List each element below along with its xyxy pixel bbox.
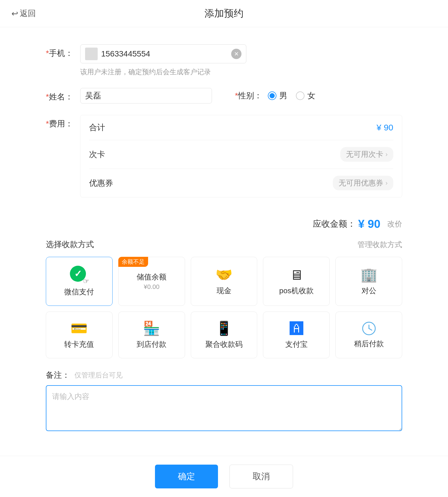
payment-method-later[interactable]: 稍后付款 <box>335 312 402 358</box>
payment-method-transfer[interactable]: 💳 转卡充值 <box>46 312 113 358</box>
chevron-right-coupon-icon: › <box>386 179 388 187</box>
fee-card-label: 次卡 <box>89 149 105 160</box>
cancel-button[interactable]: 取消 <box>229 465 293 488</box>
payment-balance-amount: ¥0.00 <box>144 283 160 291</box>
back-icon: ↩ <box>11 9 18 18</box>
manage-payment-button[interactable]: 管理收款方式 <box>357 240 402 250</box>
fee-card-row: 次卡 无可用次卡 › <box>89 140 393 169</box>
gender-female-label: 女 <box>307 90 315 101</box>
gender-male-inner <box>270 93 275 98</box>
phone-hint: 该用户未注册，确定预约后会生成客户记录 <box>80 67 402 77</box>
payment-alipay-label: 支付宝 <box>285 339 308 349</box>
wechat-icon: ✓ ☞ <box>70 266 88 284</box>
phone-field: ✕ 该用户未注册，确定预约后会生成客户记录 <box>80 44 402 77</box>
insufficient-badge: 余额不足 <box>118 257 148 267</box>
payment-method-wechat[interactable]: ✓ ☞ 微信支付 <box>46 257 113 306</box>
clear-icon[interactable]: ✕ <box>231 49 241 59</box>
payment-method-pos[interactable]: 🖥 pos机收款 <box>263 257 330 306</box>
aggregate-icon: 📱 <box>215 320 233 336</box>
name-gender-row: *姓名： *性别： 男 <box>46 88 402 103</box>
page-title: 添加预约 <box>205 7 243 20</box>
phone-row: *手机： ✕ 该用户未注册，确定预约后会生成客户记录 <box>46 44 402 77</box>
payment-wechat-label: 微信支付 <box>64 287 94 297</box>
fee-row: *费用： 合计 ¥ 90 次卡 无可用次卡 › 优惠券 无可用优惠券 › <box>46 115 402 197</box>
payment-instore-label: 到店付款 <box>137 339 166 349</box>
payment-method-balance[interactable]: 余额不足 储值余额 ¥0.00 <box>118 257 185 306</box>
gender-male-radio[interactable] <box>268 91 276 100</box>
hand-cursor-icon: ☞ <box>83 277 89 285</box>
phone-label: *手机： <box>46 44 80 59</box>
payment-balance-main-label: 储值余额 <box>137 272 166 282</box>
fee-total-row: 合计 ¥ 90 <box>89 115 393 140</box>
phone-input-wrapper: ✕ <box>80 44 246 63</box>
remark-header: 备注： 仅管理后台可见 <box>46 370 402 381</box>
gender-label: *性别： <box>235 90 262 101</box>
chevron-right-icon: › <box>386 151 388 158</box>
remark-section: 备注： 仅管理后台可见 <box>46 370 402 432</box>
payment-method-aggregate[interactable]: 📱 聚合收款码 <box>191 312 258 358</box>
payment-corporate-label: 对公 <box>361 286 376 296</box>
main-content: *手机： ✕ 该用户未注册，确定预约后会生成客户记录 *姓名： *性别： <box>0 27 448 497</box>
remark-hint: 仅管理后台可见 <box>74 371 123 380</box>
payment-later-label: 稍后付款 <box>354 339 384 349</box>
payment-method-instore[interactable]: 🏪 到店付款 <box>118 312 185 358</box>
wechat-check-icon: ✓ <box>74 268 82 279</box>
back-button[interactable]: ↩ 返回 <box>11 8 36 19</box>
payment-method-alipay[interactable]: 🅰 支付宝 <box>263 312 330 358</box>
fee-label: *费用： <box>46 115 80 129</box>
fee-coupon-row: 优惠券 无可用优惠券 › <box>89 169 393 197</box>
payment-cash-label: 现金 <box>217 286 231 296</box>
fee-card-value: 无可用次卡 <box>346 149 383 159</box>
fee-total-label: 合计 <box>89 122 105 133</box>
gender-female-option[interactable]: 女 <box>296 90 315 101</box>
payment-method-corporate[interactable]: 🏢 对公 <box>335 257 402 306</box>
transfer-icon: 💳 <box>70 320 88 336</box>
payment-title: 选择收款方式 <box>46 239 94 250</box>
name-gender-group: *性别： 男 女 <box>80 88 315 103</box>
alipay-icon: 🅰 <box>290 321 303 336</box>
fee-total-amount: ¥ 90 <box>377 123 393 132</box>
payment-pos-label: pos机收款 <box>279 286 314 296</box>
fee-card-selector[interactable]: 无可用次卡 › <box>340 147 393 162</box>
name-input-wrapper <box>80 88 212 103</box>
gender-male-option[interactable]: 男 <box>268 90 287 101</box>
clock-icon <box>361 321 376 336</box>
payment-section: 选择收款方式 管理收款方式 ✓ ☞ 微信支付 余额不足 储值余额 ¥0.00 <box>46 239 402 358</box>
fee-coupon-label: 优惠券 <box>89 178 113 189</box>
name-input[interactable] <box>85 91 207 100</box>
gender-section: *性别： 男 女 <box>235 90 315 101</box>
back-label: 返回 <box>20 8 36 19</box>
page-header: ↩ 返回 添加预约 <box>0 0 448 27</box>
receivable-label: 应收金额： <box>313 218 356 230</box>
pos-icon: 🖥 <box>290 267 303 283</box>
payment-method-cash[interactable]: 🤝 现金 <box>191 257 258 306</box>
corporate-icon: 🏢 <box>360 267 378 283</box>
fee-coupon-value: 无可用优惠券 <box>339 178 383 188</box>
svg-line-2 <box>369 328 372 330</box>
fee-coupon-selector[interactable]: 无可用优惠券 › <box>333 176 393 190</box>
instore-icon: 🏪 <box>143 320 160 336</box>
remark-label: 备注： <box>46 370 70 381</box>
gender-female-radio[interactable] <box>296 91 304 100</box>
payment-aggregate-label: 聚合收款码 <box>205 339 243 349</box>
receivable-row: 应收金额： ¥ 90 改价 <box>46 209 402 239</box>
fee-section: 合计 ¥ 90 次卡 无可用次卡 › 优惠券 无可用优惠券 › <box>80 115 402 197</box>
change-price-button[interactable]: 改价 <box>387 219 402 229</box>
payment-grid: ✓ ☞ 微信支付 余额不足 储值余额 ¥0.00 🤝 现金 🖥 pos机收款 <box>46 257 402 358</box>
bottom-bar: 确定 取消 <box>0 456 448 497</box>
name-label: *姓名： <box>46 88 80 102</box>
phone-avatar <box>85 48 98 60</box>
confirm-button[interactable]: 确定 <box>155 465 218 488</box>
gender-radio-group: 男 女 <box>268 90 315 101</box>
receivable-amount: ¥ 90 <box>358 218 380 230</box>
phone-input[interactable] <box>101 49 231 58</box>
gender-male-label: 男 <box>279 90 287 101</box>
payment-transfer-label: 转卡充值 <box>64 339 94 349</box>
cash-icon: 🤝 <box>215 267 233 283</box>
remark-textarea[interactable] <box>46 385 402 431</box>
payment-header: 选择收款方式 管理收款方式 <box>46 239 402 250</box>
